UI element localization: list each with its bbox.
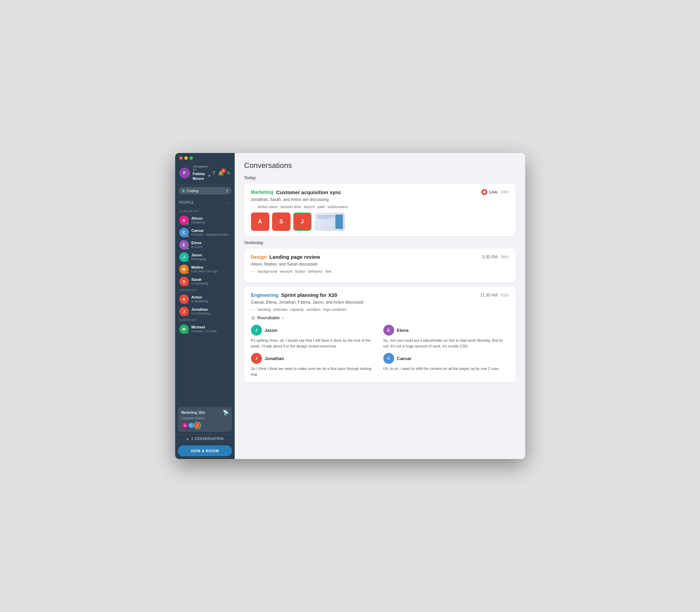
wave-icon-design: 𝌀: [251, 268, 255, 274]
maximize-button[interactable]: [190, 156, 193, 160]
user-avatar: F: [179, 168, 190, 179]
header-icons: ? 🔔 4 ✎: [212, 170, 231, 176]
roundtable-chevron: ▾: [282, 316, 284, 320]
time-group-2-label: 1:48 PM CDT: [175, 288, 235, 293]
minimize-button[interactable]: [184, 156, 188, 160]
rt-elena-avatar: E: [383, 325, 394, 336]
jason-details: Jason Messaging: [192, 253, 231, 261]
person-item-caesar[interactable]: C Caesar Focused · Organizing tasks: [175, 226, 235, 239]
design-card-header: Design Landing page review 3:30 PM 38m: [251, 254, 509, 260]
michael-name: Michael: [192, 325, 231, 330]
person-item-alison[interactable]: A Alison Designing: [175, 214, 235, 226]
caesar-name: Caesar: [192, 228, 231, 233]
engineering-duration: 61m: [501, 293, 508, 297]
sarah-name: Sarah: [192, 277, 231, 282]
elena-details: Elena in a Doc: [192, 241, 231, 249]
people-section: PEOPLE ···: [175, 197, 235, 209]
sarah-details: Sarah In Marketing: [192, 277, 231, 286]
people-menu[interactable]: ···: [227, 200, 231, 205]
engineering-meta: 11:30 AM 61m: [480, 293, 508, 297]
join-room-button[interactable]: JOIN A ROOM: [178, 445, 232, 456]
michael-details: Michael Focused · in a Doc: [192, 325, 231, 333]
status-chevron: ▾: [226, 189, 228, 192]
person-item-michael[interactable]: M Michael Focused · in a Doc: [175, 323, 235, 335]
design-meta: 3:30 PM 38m: [482, 255, 508, 260]
marketing-keywords: 𝌀 active users session time launch paid …: [251, 204, 509, 209]
roundtable-person-elena: E Elena So, Jon you could put a placehol…: [383, 325, 509, 349]
status-text: Coding: [187, 189, 224, 193]
wave-icon: 𝌀: [251, 204, 255, 209]
rt-jonathan-quote: So I think I think we need to make sure …: [251, 366, 376, 377]
design-keywords: 𝌀 background amount button behavior fine: [251, 268, 509, 274]
rt-jason-header: J Jason: [251, 325, 376, 336]
marketing-category: Marketing: [251, 190, 273, 195]
caesar-status: Focused · Organizing tasks: [192, 233, 231, 237]
anton-avatar-wrap: A: [179, 294, 189, 304]
person-item-matteo[interactable]: M Matteo Last seen 12m ago: [175, 263, 235, 275]
person-item-jonathan[interactable]: J Jonathan in a Marketing: [175, 305, 235, 318]
conv-avatar-jonathan: J: [293, 212, 312, 231]
rt-elena-header: E Elena: [383, 325, 509, 336]
person-item-elena[interactable]: E Elena in a Doc: [175, 239, 235, 251]
screen-line-1: [317, 215, 335, 216]
elena-status-dot: [187, 247, 189, 250]
engineering-participants: Caesar, Elena, Jonathan, Fatima, Jason, …: [251, 300, 509, 305]
rt-jason-name: Jason: [265, 328, 277, 333]
compose-icon[interactable]: ✎: [227, 170, 231, 176]
person-item-sarah[interactable]: S Sarah In Marketing: [175, 275, 235, 288]
sidebar: F AllTogether Inc. Fatima Moore ▾ ? 🔔 4: [175, 153, 235, 459]
live-badge: Live: [481, 189, 497, 195]
screen-share-thumbnail: [314, 212, 345, 231]
screen-blue-block: [335, 214, 343, 229]
rt-jonathan-avatar: J: [251, 353, 262, 364]
jason-avatar-wrap: J: [179, 252, 189, 262]
engineering-category: Engineering: [251, 292, 278, 298]
rt-caesar-avatar: C: [383, 353, 394, 364]
rt-caesar-name: Caesar: [397, 356, 412, 361]
marketing-card-title: Marketing 18m: [181, 411, 205, 415]
help-icon[interactable]: ?: [212, 170, 215, 176]
design-title-row: Design Landing page review: [251, 254, 320, 260]
rt-caesar-quote: Uh, to uh, I want to shift the content o…: [383, 366, 509, 372]
michael-status-dot: [187, 332, 189, 334]
roundtable-header[interactable]: ⚙ Roundtable ▾: [251, 315, 509, 321]
caesar-details: Caesar Focused · Organizing tasks: [192, 228, 231, 237]
notifications-icon[interactable]: 🔔 4: [218, 170, 224, 176]
time-group-1-label: 11:48 AM PDT: [175, 209, 235, 214]
live-icon: [481, 189, 488, 195]
app-window: F AllTogether Inc. Fatima Moore ▾ ? 🔔 4: [175, 153, 525, 459]
person-item-jason[interactable]: J Jason Messaging: [175, 251, 235, 263]
matteo-status: Last seen 12m ago: [192, 269, 231, 273]
yesterday-label: Yesterday: [244, 240, 516, 245]
person-item-anton[interactable]: A Anton in Marketing: [175, 293, 235, 305]
close-button[interactable]: [179, 156, 183, 160]
status-dot: [182, 190, 185, 192]
marketing-live-card[interactable]: Marketing 18m 📡 Customer Metrics A C J: [178, 407, 232, 432]
main-title: Conversations: [244, 161, 516, 170]
rt-jonathan-name: Jonathan: [265, 356, 284, 361]
status-bar[interactable]: Coding ▾: [179, 187, 231, 194]
anton-name: Anton: [192, 295, 231, 300]
michael-avatar-wrap: M: [179, 324, 189, 334]
engineering-card-name: Sprint planning for X20: [281, 292, 337, 298]
engineering-card-header: Engineering Sprint planning for X20 11:3…: [251, 292, 509, 298]
conversation-toggle[interactable]: ▲ 1 CONVERSATION: [175, 434, 235, 443]
roundtable-grid: J Jason It's getting close, uh, I would …: [251, 325, 509, 377]
user-name: Fatima Moore ▾: [193, 171, 210, 181]
engineering-time: 11:30 AM: [480, 293, 497, 297]
marketing-participants: Jonathan, Sarah, and Anton are discussin…: [251, 197, 509, 202]
design-card-name: Landing page review: [270, 254, 320, 260]
caesar-status-dot: [187, 235, 189, 237]
rt-jason-quote: It's getting close, uh, I would say that…: [251, 338, 376, 349]
alison-details: Alison Designing: [192, 216, 231, 224]
rt-elena-quote: So, Jon you could put a placeholder on t…: [383, 338, 509, 349]
user-org: AllTogether Inc.: [193, 165, 210, 171]
jason-status: Messaging: [192, 258, 231, 261]
today-label: Today: [244, 176, 516, 180]
roundtable-section: ⚙ Roundtable ▾ J Jason It's getting clos…: [251, 315, 509, 377]
anton-status: in Marketing: [192, 300, 231, 303]
marketing-avatars-row: A S J: [251, 212, 509, 231]
engineering-conversation-card: Engineering Sprint planning for X20 11:3…: [244, 287, 516, 382]
roundtable-person-caesar: C Caesar Uh, to uh, I want to shift the …: [383, 353, 509, 377]
elena-name: Elena: [192, 241, 231, 245]
